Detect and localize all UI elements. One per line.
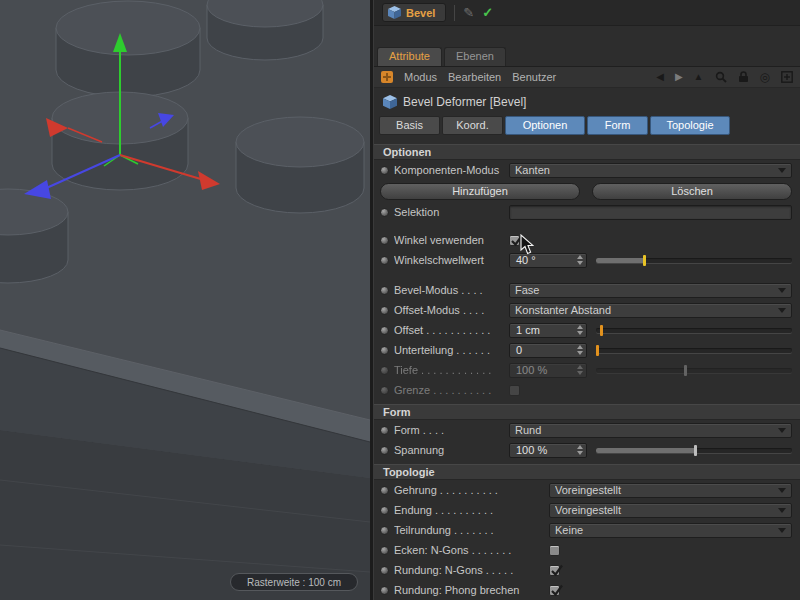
spannung-slider[interactable] [596, 444, 792, 457]
ecken-ngons-checkbox[interactable] [549, 545, 560, 556]
loeschen-button[interactable]: Löschen [592, 183, 792, 200]
komponenten-modus-dropdown[interactable]: Kanten [509, 163, 792, 178]
param-dot-icon[interactable] [380, 586, 389, 595]
menu-bearbeiten[interactable]: Bearbeiten [448, 71, 501, 83]
ptab-topologie[interactable]: Topologie [650, 116, 730, 135]
menu-modus[interactable]: Modus [404, 71, 437, 83]
param-dot-icon[interactable] [380, 346, 389, 355]
param-dot-icon [380, 386, 389, 395]
ptab-optionen[interactable]: Optionen [505, 116, 585, 135]
stepper-up-icon[interactable] [577, 445, 583, 449]
param-dot-icon[interactable] [380, 166, 389, 175]
confirm-check-icon[interactable]: ✓ [482, 5, 493, 20]
slider-handle [684, 365, 687, 376]
stepper-up-icon[interactable] [577, 325, 583, 329]
history-back-icon[interactable]: ◀ [656, 72, 664, 82]
search-icon[interactable] [715, 71, 727, 83]
param-dot-icon[interactable] [380, 208, 389, 217]
param-dot-icon[interactable] [380, 306, 389, 315]
param-dot-icon[interactable] [380, 256, 389, 265]
cube-icon [383, 95, 397, 109]
row-grenze: Grenze . . . . . . . . . . [374, 380, 800, 400]
param-dot-icon[interactable] [380, 326, 389, 335]
slider-handle[interactable] [643, 255, 646, 266]
mode-icon[interactable] [381, 71, 393, 83]
gehrung-label: Gehrung . . . . . . . . . . [394, 484, 544, 496]
gehrung-dropdown[interactable]: Voreingestellt [549, 483, 792, 498]
target-icon[interactable]: ◎ [760, 72, 770, 82]
cube-icon [388, 6, 401, 19]
selektion-input[interactable] [509, 205, 792, 220]
param-dot-icon[interactable] [380, 546, 389, 555]
param-dot-icon[interactable] [380, 486, 389, 495]
row-spannung: Spannung 100 % [374, 440, 800, 460]
offset-field[interactable]: 1 cm [509, 323, 587, 338]
ptab-basis[interactable]: Basis [379, 116, 440, 135]
stepper-down-icon[interactable] [577, 451, 583, 455]
offset-modus-value: Konstanter Abstand [515, 304, 778, 316]
tab-attribute[interactable]: Attribute [377, 47, 442, 66]
menu-benutzer[interactable]: Benutzer [512, 71, 556, 83]
param-dot-icon[interactable] [380, 566, 389, 575]
lock-icon[interactable] [738, 71, 749, 83]
tab-ebenen[interactable]: Ebenen [444, 47, 506, 66]
endung-value: Voreingestellt [555, 504, 778, 516]
panel-topbar: Bevel ✎ ✓ [374, 0, 800, 26]
stepper-down-icon[interactable] [577, 351, 583, 355]
new-panel-icon[interactable] [781, 71, 793, 83]
stepper-up-icon[interactable] [577, 255, 583, 259]
stepper-down-icon[interactable] [577, 261, 583, 265]
grenze-checkbox [509, 385, 520, 396]
ptab-form[interactable]: Form [587, 116, 648, 135]
ptab-koord[interactable]: Koord. [442, 116, 503, 135]
bevel-modus-dropdown[interactable]: Fase [509, 283, 792, 298]
row-offset: Offset . . . . . . . . . . . 1 cm [374, 320, 800, 340]
komponenten-modus-value: Kanten [515, 164, 778, 176]
tiefe-value: 100 % [516, 364, 577, 376]
spannung-field[interactable]: 100 % [509, 443, 587, 458]
slider-groove [596, 348, 792, 353]
stepper-up-icon [577, 365, 583, 369]
teilrundung-dropdown[interactable]: Keine [549, 523, 792, 538]
offset-value: 1 cm [516, 324, 577, 336]
history-forward-icon[interactable]: ▶ [675, 72, 683, 82]
unterteilung-label: Unterteilung . . . . . . [394, 344, 504, 356]
slider-handle[interactable] [694, 445, 697, 456]
3d-viewport[interactable]: Rasterweite : 100 cm [0, 0, 370, 600]
slider-fill [596, 448, 694, 453]
phong-brechen-checkbox[interactable] [549, 585, 560, 596]
topbar-separator [454, 5, 455, 21]
offset-modus-dropdown[interactable]: Konstanter Abstand [509, 303, 792, 318]
param-dot-icon[interactable] [380, 286, 389, 295]
winkel-verwenden-checkbox[interactable] [509, 235, 520, 246]
winkelschwellwert-slider[interactable] [596, 254, 792, 267]
slider-handle[interactable] [596, 345, 599, 356]
chevron-down-icon [778, 488, 786, 493]
endung-dropdown[interactable]: Voreingestellt [549, 503, 792, 518]
param-dot-icon[interactable] [380, 446, 389, 455]
bevel-object-chip[interactable]: Bevel [382, 3, 446, 22]
offset-slider[interactable] [596, 324, 792, 337]
param-dot-icon[interactable] [380, 426, 389, 435]
edit-pen-icon[interactable]: ✎ [463, 5, 474, 20]
rundung-ngons-label: Rundung: N-Gons . . . . . [394, 564, 544, 576]
rundung-ngons-checkbox[interactable] [549, 565, 560, 576]
unterteilung-field[interactable]: 0 [509, 343, 587, 358]
parent-up-icon[interactable]: ▲ [694, 72, 704, 82]
chevron-down-icon [778, 528, 786, 533]
stepper-up-icon[interactable] [577, 345, 583, 349]
stepper-down-icon[interactable] [577, 331, 583, 335]
unterteilung-slider[interactable] [596, 344, 792, 357]
form-dropdown[interactable]: Rund [509, 423, 792, 438]
slider-groove [596, 328, 792, 333]
param-dot-icon[interactable] [380, 506, 389, 515]
spannung-label: Spannung [394, 444, 504, 456]
chevron-down-icon [778, 288, 786, 293]
param-dot-icon[interactable] [380, 526, 389, 535]
hinzufuegen-button[interactable]: Hinzufügen [380, 183, 580, 200]
check-icon [550, 584, 564, 597]
slider-handle[interactable] [600, 325, 603, 336]
param-dot-icon[interactable] [380, 236, 389, 245]
komponenten-modus-label: Komponenten-Modus [394, 164, 504, 176]
chevron-down-icon [778, 428, 786, 433]
